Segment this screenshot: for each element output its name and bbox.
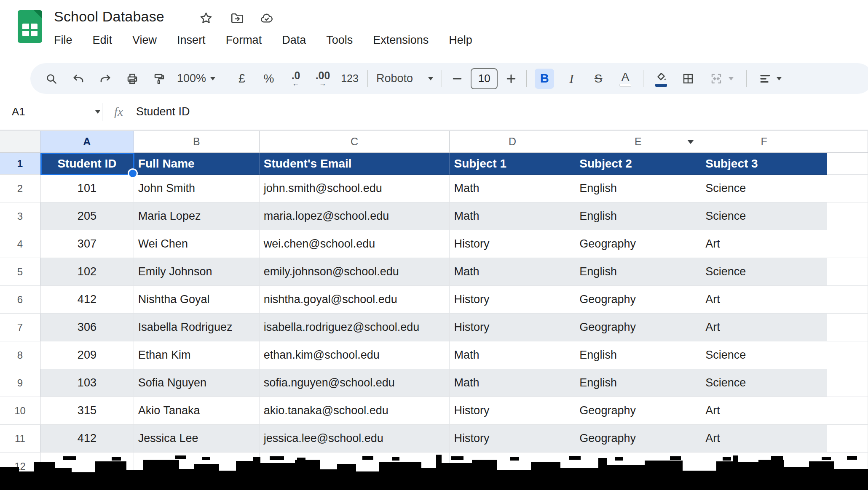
row-header-10[interactable]: 10 — [0, 397, 40, 425]
decrease-decimal-button[interactable]: .0 ← — [286, 69, 305, 89]
cell-f7[interactable]: Art — [701, 314, 827, 341]
cell-a10[interactable]: 315 — [40, 397, 134, 425]
cell-d6[interactable]: History — [450, 286, 575, 314]
formula-input[interactable]: Student ID — [136, 105, 190, 118]
row-header-3[interactable]: 3 — [0, 202, 40, 230]
merge-cells-button[interactable] — [705, 69, 738, 89]
cell-c5[interactable]: emily.johnson@school.edu — [260, 258, 450, 286]
cell-c9[interactable]: sofia.nguyen@school.edu — [260, 369, 450, 397]
paint-format-icon[interactable] — [150, 69, 169, 89]
undo-icon[interactable] — [69, 69, 88, 89]
cell-c1[interactable]: Student's Email — [260, 153, 450, 175]
column-header-partial[interactable] — [827, 131, 868, 153]
star-icon[interactable] — [199, 11, 213, 25]
cell-f5[interactable]: Science — [701, 258, 827, 286]
cell-f10[interactable]: Art — [701, 397, 827, 425]
cell-g2[interactable] — [827, 175, 868, 202]
cell-g10[interactable] — [827, 397, 868, 425]
cell-e2[interactable]: English — [575, 175, 701, 202]
cell-f1[interactable]: Subject 3 — [701, 153, 827, 175]
cell-b3[interactable]: Maria Lopez — [134, 202, 260, 230]
borders-button[interactable] — [678, 69, 698, 89]
print-icon[interactable] — [123, 69, 142, 89]
row-header-4[interactable]: 4 — [0, 230, 40, 258]
currency-format-button[interactable]: £ — [232, 69, 252, 89]
more-formats-button[interactable]: 123 — [340, 69, 359, 89]
font-size-input[interactable]: 10 — [471, 68, 498, 89]
italic-button[interactable]: I — [562, 69, 581, 89]
cell-d4[interactable]: History — [450, 230, 575, 258]
cell-g6[interactable] — [827, 286, 868, 314]
cell-d8[interactable]: Math — [450, 341, 575, 369]
cell-c8[interactable]: ethan.kim@school.edu — [260, 341, 450, 369]
cell-c4[interactable]: wei.chen@school.edu — [260, 230, 450, 258]
cell-c3[interactable]: maria.lopez@school.edu — [260, 202, 450, 230]
column-header-d[interactable]: D — [450, 131, 575, 153]
cell-e4[interactable]: Geography — [575, 230, 701, 258]
move-folder-icon[interactable] — [230, 11, 244, 25]
menu-item-insert[interactable]: Insert — [176, 32, 206, 48]
cell-g3[interactable] — [827, 202, 868, 230]
cell-e10[interactable]: Geography — [575, 397, 701, 425]
cell-b10[interactable]: Akio Tanaka — [134, 397, 260, 425]
column-header-f[interactable]: F — [701, 131, 827, 153]
cell-g1[interactable] — [827, 153, 868, 175]
cloud-check-icon[interactable] — [260, 11, 274, 25]
strikethrough-button[interactable]: S — [589, 69, 608, 89]
menu-item-view[interactable]: View — [131, 32, 158, 48]
cell-a2[interactable]: 101 — [40, 175, 134, 202]
cell-e9[interactable]: English — [575, 369, 701, 397]
cell-f6[interactable]: Art — [701, 286, 827, 314]
cell-a1[interactable]: Student ID — [40, 153, 134, 175]
cell-b7[interactable]: Isabella Rodriguez — [134, 314, 260, 341]
cell-e3[interactable]: English — [575, 202, 701, 230]
row-header-5[interactable]: 5 — [0, 258, 40, 286]
column-dropdown-icon[interactable] — [687, 140, 694, 144]
menu-item-tools[interactable]: Tools — [325, 32, 354, 48]
cell-d7[interactable]: History — [450, 314, 575, 341]
cell-a7[interactable]: 306 — [40, 314, 134, 341]
cell-d1[interactable]: Subject 1 — [450, 153, 575, 175]
row-header-2[interactable]: 2 — [0, 175, 40, 202]
row-header-6[interactable]: 6 — [0, 286, 40, 314]
cell-d10[interactable]: History — [450, 397, 575, 425]
row-header-7[interactable]: 7 — [0, 314, 40, 341]
horizontal-align-button[interactable] — [755, 69, 786, 89]
cell-g8[interactable] — [827, 341, 868, 369]
zoom-select[interactable]: 100% — [177, 72, 215, 85]
increase-decimal-button[interactable]: .00 → — [313, 69, 332, 89]
cell-a3[interactable]: 205 — [40, 202, 134, 230]
name-box[interactable]: A1 — [0, 105, 100, 118]
column-header-b[interactable]: B — [134, 131, 260, 153]
cell-g5[interactable] — [827, 258, 868, 286]
cell-a8[interactable]: 209 — [40, 341, 134, 369]
column-header-c[interactable]: C — [260, 131, 450, 153]
cell-g9[interactable] — [827, 369, 868, 397]
row-header-8[interactable]: 8 — [0, 341, 40, 369]
increase-font-size-button[interactable] — [504, 69, 518, 89]
cell-f8[interactable]: Science — [701, 341, 827, 369]
cell-f2[interactable]: Science — [701, 175, 827, 202]
cell-e5[interactable]: English — [575, 258, 701, 286]
cell-a5[interactable]: 102 — [40, 258, 134, 286]
cell-b2[interactable]: John Smith — [134, 175, 260, 202]
cell-d3[interactable]: Math — [450, 202, 575, 230]
cell-d9[interactable]: Math — [450, 369, 575, 397]
row-header-9[interactable]: 9 — [0, 369, 40, 397]
menu-item-help[interactable]: Help — [448, 32, 473, 48]
column-header-a[interactable]: A — [40, 131, 134, 153]
font-select[interactable]: Roboto — [376, 72, 433, 85]
cell-b6[interactable]: Nishtha Goyal — [134, 286, 260, 314]
bold-button[interactable]: B — [535, 69, 554, 89]
cell-e1[interactable]: Subject 2 — [575, 153, 701, 175]
text-color-button[interactable]: A — [616, 69, 635, 89]
cell-b8[interactable]: Ethan Kim — [134, 341, 260, 369]
cell-g4[interactable] — [827, 230, 868, 258]
cell-b1[interactable]: Full Name — [134, 153, 260, 175]
cell-a6[interactable]: 412 — [40, 286, 134, 314]
cell-c6[interactable]: nishtha.goyal@school.edu — [260, 286, 450, 314]
sheets-logo-icon[interactable] — [18, 10, 42, 43]
cell-c7[interactable]: isabella.rodriguez@school.edu — [260, 314, 450, 341]
percent-format-button[interactable]: % — [259, 69, 279, 89]
redo-icon[interactable] — [96, 69, 115, 89]
